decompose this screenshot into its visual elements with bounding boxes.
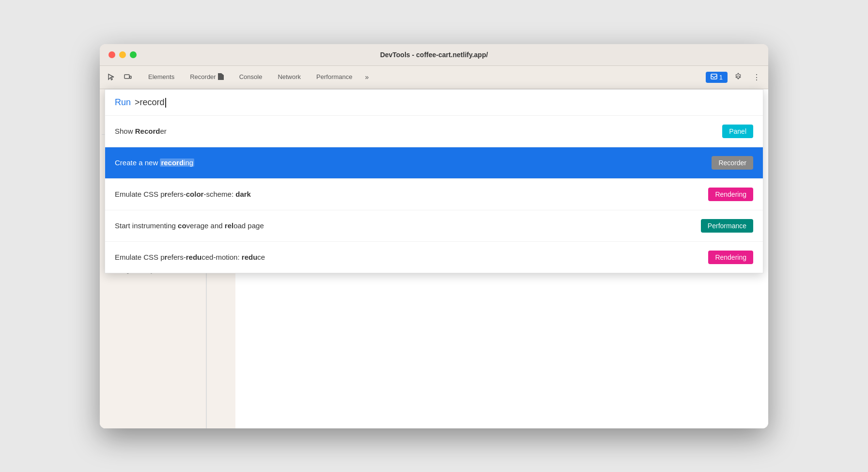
maximize-button[interactable] [130, 51, 137, 58]
dropdown-item-show-recorder[interactable]: Show Recorder Panel [105, 116, 763, 147]
devtools-body: Elements Recorder Console Network [100, 66, 768, 428]
device-toggle-icon[interactable] [120, 69, 136, 85]
run-label: Run [115, 97, 131, 108]
dropdown-item-create-recording[interactable]: Create a new recording Recorder [105, 147, 763, 179]
tab-network[interactable]: Network [270, 66, 309, 89]
tab-recorder[interactable]: Recorder [182, 66, 231, 89]
window-title: DevTools - coffee-cart.netlify.app/ [380, 51, 488, 59]
dropdown-item-emulate-dark[interactable]: Emulate CSS prefers-color-scheme: dark R… [105, 179, 763, 210]
coverage-badge: Performance [701, 219, 753, 233]
command-menu-dropdown: Run >record Show Recorder Panel Create a… [105, 89, 763, 273]
emulate-dark-text: Emulate CSS prefers-color-scheme: dark [115, 190, 251, 198]
notification-button[interactable]: 1 [706, 72, 728, 83]
search-query[interactable]: >record [135, 97, 166, 108]
show-recorder-badge: Panel [722, 125, 753, 138]
tabs-container: Elements Recorder Console Network [140, 66, 706, 89]
dropdown-item-emulate-motion[interactable]: Emulate CSS prefers-reduced-motion: redu… [105, 242, 763, 273]
search-row[interactable]: Run >record [105, 90, 763, 116]
show-recorder-text: Show Recorder [115, 127, 167, 135]
close-button[interactable] [108, 51, 115, 58]
dropdown-item-coverage[interactable]: Start instrumenting coverage and reload … [105, 210, 763, 242]
svg-rect-1 [130, 76, 131, 79]
emulate-motion-badge: Rendering [708, 251, 753, 264]
tab-right-controls: 1 ⋮ [706, 69, 764, 85]
more-options-button[interactable]: ⋮ [749, 69, 764, 85]
notification-count: 1 [719, 74, 723, 81]
minimize-button[interactable] [119, 51, 126, 58]
title-bar: DevTools - coffee-cart.netlify.app/ [100, 44, 768, 66]
create-recording-text: Create a new recording [115, 158, 194, 167]
settings-button[interactable] [730, 69, 746, 85]
emulate-motion-text: Emulate CSS prefers-reduced-motion: redu… [115, 253, 265, 261]
toolbar-left [104, 69, 136, 85]
select-element-icon[interactable] [104, 69, 119, 85]
tab-bar: Elements Recorder Console Network [100, 66, 768, 89]
main-area: <!DOCTY <html html boo Styles Computed F… [100, 89, 768, 428]
tab-console[interactable]: Console [232, 66, 270, 89]
tab-elements[interactable]: Elements [140, 66, 182, 89]
overflow-tabs-button[interactable]: » [360, 70, 373, 84]
emulate-dark-badge: Rendering [708, 188, 753, 201]
coverage-text: Start instrumenting coverage and reload … [115, 221, 264, 230]
traffic-lights [108, 51, 137, 58]
create-recording-badge: Recorder [712, 156, 753, 170]
svg-rect-0 [124, 75, 129, 79]
tab-performance[interactable]: Performance [309, 66, 360, 89]
devtools-window: DevTools - coffee-cart.netlify.app/ [100, 44, 768, 428]
